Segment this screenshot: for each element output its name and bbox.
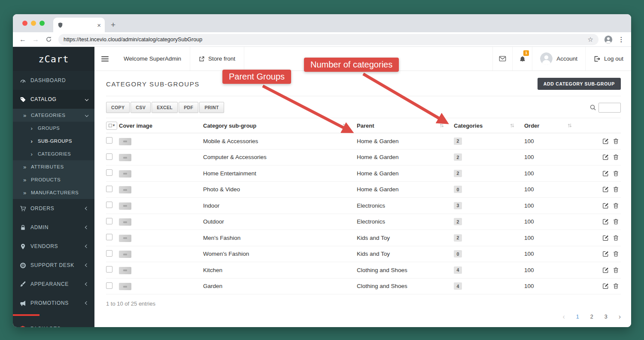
excel-button[interactable]: EXCEL bbox=[152, 102, 178, 113]
dashboard-icon bbox=[19, 77, 26, 84]
url-input[interactable]: https://test.incevio.cloud/admin/catalog… bbox=[58, 34, 598, 45]
pagination-page-2[interactable]: 2 bbox=[590, 314, 593, 320]
sidebar-item-dashboard[interactable]: DASHBOARD bbox=[13, 71, 94, 90]
browser-menu-icon[interactable]: ⋮ bbox=[616, 34, 627, 45]
cell-parent: Home & Garden bbox=[357, 154, 454, 160]
edit-button[interactable] bbox=[602, 186, 609, 193]
row-checkbox[interactable] bbox=[106, 202, 112, 208]
sidebar-item-packages[interactable]: PACKAGES bbox=[13, 319, 94, 327]
sidebar-item-support-desk[interactable]: SUPPORT DESK bbox=[13, 256, 94, 275]
sidebar-item-label: VENDORS bbox=[30, 243, 58, 249]
welcome-link[interactable]: Welcome SuperAdmin bbox=[115, 47, 190, 70]
messages-button[interactable] bbox=[492, 47, 512, 70]
pagination-page-3[interactable]: 3 bbox=[605, 314, 608, 320]
sidebar-item-categories[interactable]: » CATEGORIES bbox=[13, 109, 94, 122]
row-checkbox[interactable] bbox=[106, 218, 112, 224]
row-checkbox[interactable] bbox=[106, 186, 112, 192]
sidebar-item-admin[interactable]: ADMIN bbox=[13, 218, 94, 237]
row-checkbox[interactable] bbox=[106, 153, 112, 160]
pagination-prev-icon[interactable]: ‹ bbox=[562, 313, 565, 321]
delete-button[interactable] bbox=[613, 283, 619, 289]
edit-button[interactable] bbox=[602, 251, 609, 257]
sort-icon[interactable] bbox=[510, 123, 515, 128]
hamburger-icon bbox=[101, 56, 109, 61]
print-button[interactable]: PRINT bbox=[199, 102, 224, 113]
search-input[interactable] bbox=[598, 103, 621, 113]
edit-button[interactable] bbox=[602, 138, 609, 144]
notifications-button[interactable]: 1 bbox=[512, 47, 532, 70]
sidebar-item-catalog[interactable]: CATALOG bbox=[13, 90, 94, 109]
pagination-page-1[interactable]: 1 bbox=[576, 314, 579, 320]
edit-button[interactable] bbox=[602, 267, 609, 273]
sidebar-item-manufacturers[interactable]: » MANUFACTURERS bbox=[13, 186, 94, 199]
edit-button[interactable] bbox=[602, 235, 609, 241]
edit-button[interactable] bbox=[602, 170, 609, 177]
sidebar-item-groups[interactable]: › GROUPS bbox=[13, 122, 94, 135]
table-row: Kitchen Clothing and Shoes 4 100 bbox=[106, 262, 621, 279]
sidebar-item-label: PRODUCTS bbox=[31, 177, 61, 182]
sidebar-item-appearance[interactable]: APPEARANCE bbox=[13, 275, 94, 294]
categories-count-badge: 2 bbox=[454, 218, 462, 225]
minimize-window-button[interactable] bbox=[31, 21, 36, 26]
forward-button[interactable]: → bbox=[30, 34, 41, 45]
sort-icon[interactable] bbox=[342, 123, 347, 128]
browser-profile-icon[interactable] bbox=[603, 34, 614, 45]
sort-icon[interactable] bbox=[439, 123, 444, 128]
sidebar-item-sub-groups[interactable]: › SUB-GROUPS bbox=[13, 135, 94, 147]
back-button[interactable]: ← bbox=[17, 34, 28, 45]
refresh-button[interactable] bbox=[43, 34, 54, 45]
table-row: Garden Clothing and Shoes 4 100 bbox=[106, 279, 621, 295]
sidebar-item-attributes[interactable]: » ATTRIBUTES bbox=[13, 160, 94, 173]
delete-button[interactable] bbox=[613, 202, 619, 209]
select-all-control[interactable]: ▾ bbox=[106, 122, 117, 130]
cell-parent: Home & Garden bbox=[357, 170, 454, 177]
edit-button[interactable] bbox=[602, 154, 609, 160]
pagination-next-icon[interactable]: › bbox=[619, 313, 621, 321]
edit-button[interactable] bbox=[602, 218, 609, 225]
sidebar-item-vendors[interactable]: VENDORS bbox=[13, 237, 94, 256]
row-checkbox[interactable] bbox=[106, 137, 112, 144]
delete-button[interactable] bbox=[613, 154, 619, 160]
delete-button[interactable] bbox=[613, 170, 619, 177]
row-checkbox[interactable] bbox=[106, 250, 112, 257]
sidebar: zCart DASHBOARD CATALOG bbox=[13, 47, 94, 327]
delete-button[interactable] bbox=[613, 218, 619, 225]
sidebar-toggle-button[interactable] bbox=[94, 47, 115, 70]
table-toolbar: COPY CSV EXCEL PDF PRINT bbox=[106, 102, 621, 113]
delete-button[interactable] bbox=[613, 235, 619, 241]
account-menu[interactable]: Account bbox=[532, 47, 585, 70]
table-body: Mobile & Accessories Home & Garden 2 100… bbox=[106, 133, 621, 294]
row-checkbox[interactable] bbox=[106, 169, 112, 176]
sidebar-item-promotions[interactable]: PROMOTIONS bbox=[13, 294, 94, 312]
sort-icon[interactable] bbox=[567, 123, 572, 128]
delete-button[interactable] bbox=[613, 186, 619, 193]
logout-button[interactable]: Log out bbox=[585, 47, 631, 70]
sidebar-item-orders[interactable]: ORDERS bbox=[13, 199, 94, 218]
row-checkbox[interactable] bbox=[106, 266, 112, 273]
annotation-parent-groups: Parent Groups bbox=[222, 70, 291, 84]
browser-tab[interactable]: × bbox=[53, 18, 105, 32]
bookmark-star-icon[interactable]: ☆ bbox=[588, 36, 593, 43]
edit-button[interactable] bbox=[602, 202, 609, 209]
delete-button[interactable] bbox=[613, 267, 619, 273]
chevron-down-icon bbox=[85, 113, 88, 117]
window-controls bbox=[22, 21, 45, 26]
delete-button[interactable] bbox=[613, 251, 619, 257]
csv-button[interactable]: CSV bbox=[131, 102, 151, 113]
new-tab-button[interactable]: + bbox=[111, 21, 115, 29]
sidebar-item-categories-child[interactable]: › CATEGORIES bbox=[13, 147, 94, 160]
sidebar-item-products[interactable]: » PRODUCTS bbox=[13, 173, 94, 186]
row-checkbox[interactable] bbox=[106, 282, 112, 289]
tab-close-icon[interactable]: × bbox=[97, 22, 101, 28]
zoom-window-button[interactable] bbox=[39, 21, 45, 26]
logout-text: Log out bbox=[604, 55, 623, 62]
add-category-sub-group-button[interactable]: ADD CATEGORY SUB-GROUP bbox=[538, 78, 621, 90]
row-checkbox[interactable] bbox=[106, 234, 112, 240]
cover-image bbox=[119, 283, 131, 290]
copy-button[interactable]: COPY bbox=[106, 102, 130, 113]
delete-button[interactable] bbox=[613, 138, 619, 144]
pdf-button[interactable]: PDF bbox=[179, 102, 198, 113]
store-front-link[interactable]: Store front bbox=[190, 47, 244, 70]
edit-button[interactable] bbox=[602, 283, 609, 289]
close-window-button[interactable] bbox=[22, 21, 27, 26]
